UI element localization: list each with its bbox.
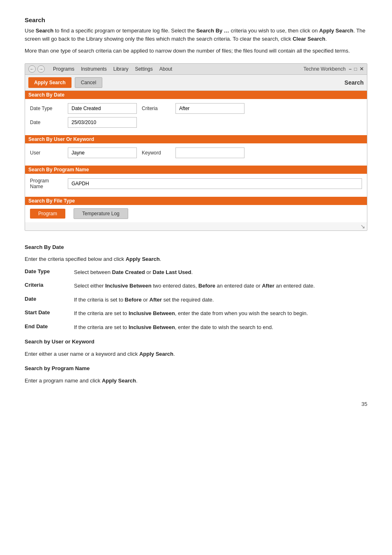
criteria-label: Criteria [142,106,171,111]
doc-section: Search By Date Enter the criteria specif… [25,243,367,385]
search-by-date-doc-heading: Search By Date [25,244,64,250]
search-by-date-doc-desc: Enter the criteria specified below and c… [25,255,367,263]
doc-dd-date: If the criteria is set to Before or Afte… [74,296,367,304]
date-type-input[interactable] [68,103,137,114]
doc-term-end-date: End Date If the criteria are set to Incl… [25,323,367,332]
app-title: Techne Workbench [304,66,346,72]
maximize-button[interactable]: □ [354,66,357,72]
program-filetype-button[interactable]: Program [30,209,65,219]
toolbar-left: Apply Search Cancel [28,77,102,88]
search-by-user-doc-heading: Search by User or Keyword [25,339,95,345]
templog-filetype-button[interactable]: Temperature Log [74,208,128,219]
date-label: Date [30,120,63,125]
user-label: User [30,150,63,156]
doc-dt-date: Date [25,296,66,304]
user-input[interactable] [68,147,137,158]
criteria-input[interactable] [175,103,244,114]
search-by-user-form: User Keyword [25,143,367,166]
page-title: Search [25,16,367,23]
resize-handle[interactable]: ↘ [25,222,367,230]
nav-programs[interactable]: Programs [53,66,74,72]
search-by-program-doc-heading: Search by Program Name [25,365,90,371]
intro-para-2: More than one type of search criteria ca… [25,47,367,55]
search-by-program-section: Search By Program Name Program Name [25,166,367,197]
doc-term-start-date: Start Date If the criteria are set to In… [25,309,367,318]
app-window: ← → Programs Instruments Library Setting… [25,63,367,231]
doc-term-date-type: Date Type Select between Date Created or… [25,268,367,276]
intro-para-1: Use Search to find a specific program or… [25,27,367,43]
apply-search-button[interactable]: Apply Search [28,77,71,88]
search-by-user-header: Search By User Or Keyword [25,135,367,143]
forward-button[interactable]: → [37,65,45,73]
date-input[interactable] [68,117,137,128]
page-number: 35 [362,401,367,407]
minimize-button[interactable]: – [349,66,352,72]
cancel-button[interactable]: Cancel [75,77,102,88]
search-by-date-form: Date Type Criteria Date [25,99,367,135]
doc-dt-start-date: Start Date [25,309,66,318]
program-name-row: Program Name [30,178,362,189]
titlebar-left: ← → Programs Instruments Library Setting… [28,65,172,73]
search-by-filetype-header: Search By File Type [25,197,367,205]
program-name-input[interactable] [68,178,362,189]
search-by-date-section: Search By Date Date Type Criteria Date [25,91,367,135]
keyword-input[interactable] [175,147,244,158]
doc-term-date: Date If the criteria is set to Before or… [25,296,367,304]
toolbar: Apply Search Cancel Search [25,75,367,91]
search-by-user-doc-desc: Enter either a user name or a keyword an… [25,350,367,358]
search-heading: Search [344,79,364,86]
search-by-user-section: Search By User Or Keyword User Keyword [25,135,367,166]
nav-instruments[interactable]: Instruments [81,66,107,72]
search-by-program-doc-desc: Enter a program name and click Apply Sea… [25,377,367,385]
date-type-row: Date Type Criteria [30,103,362,114]
filetype-row: Program Temperature Log [25,205,367,222]
search-by-program-header: Search By Program Name [25,166,367,174]
doc-dd-date-type: Select between Date Created or Date Last… [74,268,367,276]
doc-dd-criteria: Select either Inclusive Between two ente… [74,282,367,290]
doc-dd-start-date: If the criteria are set to Inclusive Bet… [74,309,367,318]
nav-about[interactable]: About [159,66,172,72]
close-button[interactable]: ✕ [360,66,364,72]
date-row: Date [30,117,362,128]
nav-settings[interactable]: Settings [135,66,152,72]
doc-term-criteria: Criteria Select either Inclusive Between… [25,282,367,290]
back-button[interactable]: ← [28,65,36,73]
app-titlebar: ← → Programs Instruments Library Setting… [25,64,367,75]
user-row: User Keyword [30,147,362,158]
doc-dt-end-date: End Date [25,323,66,332]
doc-dt-criteria: Criteria [25,282,66,290]
doc-dd-end-date: If the criteria are set to Inclusive Bet… [74,323,367,332]
program-name-label: Program Name [30,178,63,189]
date-type-label: Date Type [30,106,63,111]
nav-buttons: ← → [28,65,45,73]
nav-menu: Programs Instruments Library Settings Ab… [53,66,172,72]
search-by-filetype-section: Search By File Type Program Temperature … [25,197,367,222]
titlebar-right: Techne Workbench – □ ✕ [304,66,364,72]
keyword-label: Keyword [142,150,171,156]
nav-library[interactable]: Library [113,66,129,72]
win-controls: – □ ✕ [349,66,364,72]
search-by-date-header: Search By Date [25,91,367,99]
search-by-program-form: Program Name [25,174,367,197]
doc-dt-date-type: Date Type [25,268,66,276]
